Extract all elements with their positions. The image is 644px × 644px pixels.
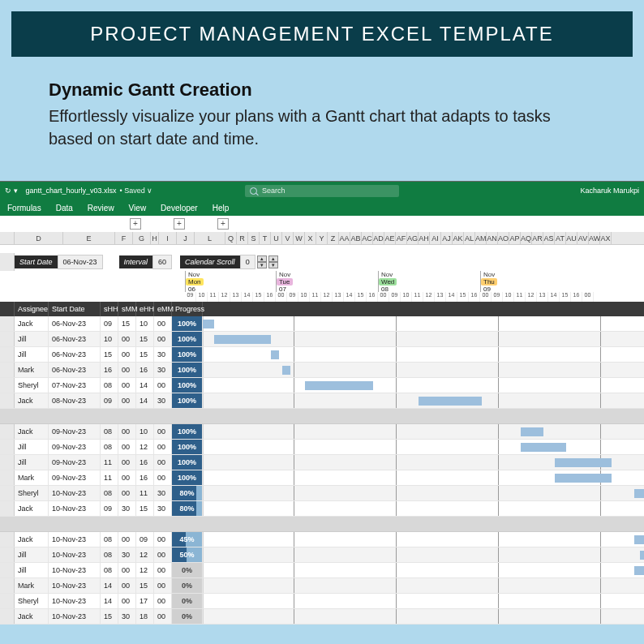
gantt-bar[interactable] <box>419 397 482 406</box>
col-header[interactable]: U <box>271 232 282 244</box>
progress-cell[interactable]: 100% <box>172 347 203 362</box>
cell-sm[interactable]: 00 <box>118 363 136 377</box>
cell-eh[interactable]: 18 <box>136 609 154 624</box>
progress-cell[interactable]: 0% <box>172 578 203 593</box>
progress-cell[interactable]: 100% <box>172 424 203 439</box>
scroll-spinner-2[interactable]: ▴ ▾ <box>268 255 278 268</box>
interval-value[interactable]: 60 <box>152 255 172 269</box>
cell-eh[interactable]: 12 <box>136 563 154 577</box>
cell-sh[interactable]: 08 <box>101 563 118 577</box>
col-header[interactable]: AK <box>453 232 464 244</box>
cell-date[interactable]: 06-Nov-23 <box>49 347 101 362</box>
progress-cell[interactable]: 100% <box>172 455 203 470</box>
progress-cell[interactable]: 0% <box>172 609 203 624</box>
cell-eh[interactable]: 16 <box>136 470 154 485</box>
cell-eh[interactable]: 16 <box>136 455 154 470</box>
gantt-bar[interactable] <box>214 335 271 344</box>
task-row[interactable]: Jack10-Nov-230800090045% <box>0 532 644 547</box>
cell-sh[interactable]: 15 <box>101 609 118 624</box>
col-header[interactable]: V <box>282 232 294 244</box>
task-row[interactable]: Jill09-Nov-2308001200100% <box>0 440 644 455</box>
task-row[interactable]: Jack06-Nov-2309151000100% <box>0 316 644 332</box>
cell-assignee[interactable]: Jack <box>15 316 49 331</box>
task-row[interactable]: Jack09-Nov-2308001000100% <box>0 424 644 440</box>
spinner-down-icon[interactable]: ▾ <box>257 262 267 268</box>
cell-assignee[interactable]: Jack <box>15 393 49 408</box>
gantt-bar[interactable] <box>521 427 543 436</box>
spinner-up-icon[interactable]: ▴ <box>257 255 267 262</box>
cell-assignee[interactable]: Mark <box>15 363 49 377</box>
progress-cell[interactable]: 45% <box>172 532 203 547</box>
filename[interactable]: gantt_chart_hourly_v03.xlsx <box>26 187 117 195</box>
cell-sh[interactable]: 15 <box>101 347 118 362</box>
task-row[interactable]: Mark09-Nov-2311001600100% <box>0 470 644 486</box>
gantt-bar[interactable] <box>282 366 290 375</box>
col-header[interactable]: T <box>260 232 271 244</box>
cell-date[interactable]: 10-Nov-23 <box>49 563 101 577</box>
cell-sm[interactable]: 30 <box>118 547 136 562</box>
cell-assignee[interactable]: Jill <box>15 332 49 346</box>
cell-date[interactable]: 09-Nov-23 <box>49 470 101 485</box>
col-header[interactable]: AX <box>600 232 612 244</box>
cell-em[interactable]: 00 <box>154 609 172 624</box>
outline-plus-button[interactable]: + <box>130 218 141 230</box>
cell-assignee[interactable]: Jill <box>15 455 49 470</box>
cell-date[interactable]: 10-Nov-23 <box>49 532 101 547</box>
search-box[interactable]: Search <box>245 185 399 197</box>
col-header[interactable]: AV <box>577 232 589 244</box>
cell-eh[interactable]: 15 <box>136 578 154 593</box>
col-header[interactable]: AW <box>589 232 600 244</box>
col-header[interactable]: AF <box>396 232 407 244</box>
cell-assignee[interactable]: Sheryl <box>15 378 49 393</box>
cell-sm[interactable]: 00 <box>118 347 136 362</box>
cell-em[interactable]: 00 <box>154 470 172 485</box>
cell-sm[interactable]: 00 <box>118 378 136 393</box>
col-header[interactable]: R <box>237 232 248 244</box>
cell-sm[interactable]: 15 <box>118 316 136 331</box>
col-header[interactable]: AO <box>498 232 509 244</box>
progress-cell[interactable]: 100% <box>172 440 203 454</box>
cell-em[interactable]: 30 <box>154 393 172 408</box>
col-header[interactable]: AC <box>362 232 373 244</box>
cell-em[interactable]: 00 <box>154 332 172 346</box>
cell-date[interactable]: 09-Nov-23 <box>49 440 101 454</box>
cell-date[interactable]: 10-Nov-23 <box>49 501 101 516</box>
cell-assignee[interactable]: Sheryl <box>15 594 49 608</box>
cell-sm[interactable]: 00 <box>118 486 136 500</box>
col-header[interactable]: AH <box>419 232 430 244</box>
cell-date[interactable]: 09-Nov-23 <box>49 424 101 439</box>
col-header[interactable]: D <box>15 232 63 244</box>
col-header[interactable]: AR <box>532 232 543 244</box>
task-row[interactable]: Jill06-Nov-2315001530100% <box>0 347 644 363</box>
cell-eh[interactable]: 16 <box>136 363 154 377</box>
cell-sh[interactable]: 09 <box>101 393 118 408</box>
cell-em[interactable]: 00 <box>154 378 172 393</box>
cell-date[interactable]: 10-Nov-23 <box>49 547 101 562</box>
cell-assignee[interactable]: Jill <box>15 347 49 362</box>
ribbon-tab-developer[interactable]: Developer <box>153 204 205 213</box>
cell-em[interactable]: 00 <box>154 440 172 454</box>
cell-sh[interactable]: 11 <box>101 470 118 485</box>
col-header[interactable]: L <box>195 232 225 244</box>
cell-assignee[interactable]: Jack <box>15 532 49 547</box>
col-header[interactable]: E <box>63 232 115 244</box>
col-header[interactable]: I <box>159 232 177 244</box>
cell-eh[interactable]: 15 <box>136 501 154 516</box>
cell-sh[interactable]: 14 <box>101 594 118 608</box>
cell-sh[interactable]: 08 <box>101 486 118 500</box>
cell-em[interactable]: 00 <box>154 532 172 547</box>
cell-date[interactable]: 10-Nov-23 <box>49 594 101 608</box>
cell-em[interactable]: 00 <box>154 547 172 562</box>
cell-sm[interactable]: 00 <box>118 532 136 547</box>
cell-sm[interactable]: 00 <box>118 563 136 577</box>
col-header[interactable]: AJ <box>441 232 453 244</box>
task-row[interactable]: Jill10-Nov-23080012000% <box>0 563 644 578</box>
gantt-bar[interactable] <box>634 535 644 544</box>
cell-sm[interactable]: 00 <box>118 393 136 408</box>
progress-cell[interactable]: 80% <box>172 501 203 516</box>
cell-sh[interactable]: 09 <box>101 501 118 516</box>
col-header[interactable]: Z <box>328 232 339 244</box>
cell-date[interactable]: 08-Nov-23 <box>49 393 101 408</box>
ribbon-tab-review[interactable]: Review <box>80 204 122 213</box>
cell-assignee[interactable]: Jill <box>15 547 49 562</box>
